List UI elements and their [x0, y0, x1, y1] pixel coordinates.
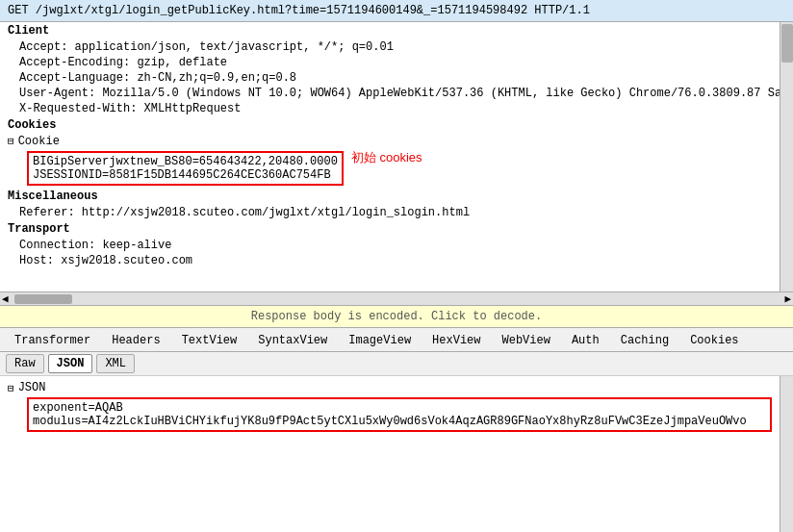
- v-scroll-thumb[interactable]: [781, 24, 793, 63]
- tab-auth[interactable]: Auth: [561, 330, 610, 351]
- cookies-label: Cookies: [0, 116, 780, 134]
- json-root-label: JSON: [18, 381, 46, 394]
- tab-hexview[interactable]: HexView: [422, 330, 491, 351]
- cookie-label: Cookie: [18, 135, 60, 148]
- tab-syntaxview[interactable]: SyntaxView: [247, 330, 338, 351]
- json-root-collapse-icon[interactable]: ⊟: [8, 382, 14, 394]
- main-container: GET /jwglxt/xtgl/login_getPublicKey.html…: [0, 0, 793, 532]
- json-exponent-line: exponent=AQAB: [33, 401, 766, 415]
- tab-caching[interactable]: Caching: [610, 330, 679, 351]
- misc-referer: Referer: http://xsjw2018.scuteo.com/jwgl…: [0, 205, 780, 220]
- json-value-box: exponent=AQAB modulus=AI4z2LckIuHBViCHYi…: [27, 397, 772, 432]
- tab-imageview[interactable]: ImageView: [338, 330, 422, 351]
- json-root-node: ⊟ JSON: [8, 380, 772, 395]
- cookie-values-box: BIGipServerjwxtnew_BS80=654643422,20480.…: [27, 151, 344, 186]
- request-line: GET /jwglxt/xtgl/login_getPublicKey.html…: [0, 0, 793, 22]
- client-label: Client: [0, 22, 780, 39]
- client-encoding: Accept-Encoding: gzip, deflate: [0, 55, 780, 70]
- tab-webview[interactable]: WebView: [492, 330, 561, 351]
- cookie-collapse-icon[interactable]: ⊟: [8, 135, 14, 147]
- client-requested-with: X-Requested-With: XMLHttpRequest: [0, 101, 780, 116]
- cookie-annotation-row: BIGipServerjwxtnew_BS80=654643422,20480.…: [8, 149, 780, 188]
- cookie-value-2: JSESSIONID=8581F15DB144695C264CEC360AC75…: [33, 168, 338, 182]
- v-scrollbar[interactable]: [780, 22, 793, 291]
- client-useragent: User-Agent: Mozilla/5.0 (Windows NT 10.0…: [0, 86, 780, 101]
- cookie-row: ⊟ Cookie: [8, 134, 780, 149]
- client-accept: Accept: application/json, text/javascrip…: [0, 39, 780, 55]
- transport-host: Host: xsjw2018.scuteo.com: [0, 253, 780, 268]
- subtab-json[interactable]: JSON: [48, 354, 93, 373]
- h-scroll-thumb[interactable]: [14, 294, 72, 304]
- json-modulus-line: modulus=AI4z2LckIuHBViCHYikfujYK8u9fP9Ac…: [33, 415, 766, 428]
- upper-panel: Client Accept: application/json, text/ja…: [0, 22, 780, 291]
- initial-cookies-annotation: 初始 cookies: [351, 149, 422, 166]
- client-language: Accept-Language: zh-CN,zh;q=0.9,en;q=0.8: [0, 70, 780, 86]
- tab-transformer[interactable]: Transformer: [4, 330, 101, 351]
- tabs-row: Transformer Headers TextView SyntaxView …: [0, 328, 793, 352]
- h-scroll-bar[interactable]: ◀ ▶: [0, 291, 793, 305]
- scroll-right-icon[interactable]: ▶: [782, 292, 793, 305]
- lower-panel: ⊟ JSON exponent=AQAB modulus=AI4z2LckIuH…: [0, 376, 780, 532]
- misc-label: Miscellaneous: [0, 188, 780, 205]
- lower-v-scrollbar[interactable]: [780, 376, 793, 532]
- tab-headers[interactable]: Headers: [101, 330, 170, 351]
- scroll-left-icon[interactable]: ◀: [0, 292, 11, 305]
- transport-connection: Connection: keep-alive: [0, 238, 780, 253]
- subtab-xml[interactable]: XML: [96, 354, 135, 373]
- cookie-value-1: BIGipServerjwxtnew_BS80=654643422,20480.…: [33, 155, 338, 168]
- decode-bar-text: Response body is encoded. Click to decod…: [251, 310, 542, 323]
- json-tree: ⊟ JSON exponent=AQAB modulus=AI4z2LckIuH…: [0, 376, 780, 438]
- subtab-raw[interactable]: Raw: [6, 354, 44, 373]
- decode-bar[interactable]: Response body is encoded. Click to decod…: [0, 305, 793, 328]
- tab-cookies[interactable]: Cookies: [679, 330, 749, 351]
- sub-tabs-row: Raw JSON XML: [0, 352, 793, 376]
- request-line-text: GET /jwglxt/xtgl/login_getPublicKey.html…: [8, 4, 590, 17]
- transport-label: Transport: [0, 220, 780, 238]
- json-children: exponent=AQAB modulus=AI4z2LckIuHBViCHYi…: [8, 397, 772, 432]
- tab-textview[interactable]: TextView: [171, 330, 248, 351]
- cookie-tree: ⊟ Cookie BIGipServerjwxtnew_BS80=6546434…: [0, 134, 780, 188]
